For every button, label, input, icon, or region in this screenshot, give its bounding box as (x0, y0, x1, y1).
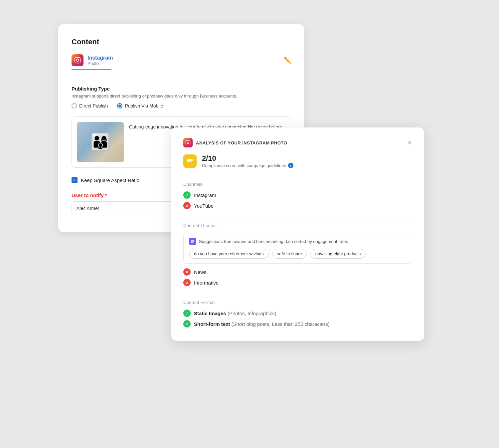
radio-group: Direct Publish Publish Via Mobile (72, 103, 291, 109)
divider-themes (183, 216, 412, 216)
content-themes-title: Content Themes (183, 223, 412, 228)
theme-tags: do you have your retirement savings safe… (189, 249, 407, 259)
analysis-header: ANALYSIS OF YOUR INSTAGRAM PHOTO ✕ (183, 138, 412, 147)
publishing-type-desc: Instagram supports direct publishing of … (72, 94, 291, 99)
theme-tag-2[interactable]: unveiling eight products (310, 249, 366, 259)
score-icon (183, 154, 197, 168)
publishing-type-title: Publishing Type (72, 86, 291, 92)
channel-instagram-label: Instagram (194, 192, 216, 198)
channel-youtube-label: YouTube (194, 203, 214, 209)
post-image-inner (77, 122, 124, 162)
info-badge[interactable]: i (288, 163, 293, 168)
svg-rect-8 (191, 242, 194, 243)
content-themes-failed: ✕ News ✕ Informative (183, 268, 412, 286)
radio-circle-direct (72, 103, 77, 109)
theme-tag-0[interactable]: do you have your retirement savings (189, 249, 269, 259)
content-format-title: Content Format (183, 300, 412, 305)
theme-informative: ✕ Informative (183, 279, 412, 286)
svg-rect-0 (75, 58, 81, 63)
divider-format (183, 293, 412, 293)
close-icon[interactable]: ✕ (407, 139, 412, 146)
channel-instagram: ✓ Instagram (183, 191, 412, 199)
instagram-row: Instagram Photo ✏️ (72, 54, 291, 66)
divider-channels (183, 175, 412, 175)
keep-square-label: Keep Square Aspect Ratio (81, 177, 139, 183)
content-format-list: ✓ Static Images (Photos, Infographics) ✓… (183, 310, 412, 328)
channels-section-title: Channels (183, 182, 412, 187)
radio-label-mobile: Publish Via Mobile (125, 103, 163, 109)
content-title: Content (72, 38, 291, 46)
radio-via-mobile[interactable]: Publish Via Mobile (117, 103, 163, 109)
theme-tag-1[interactable]: safe to share (272, 249, 307, 259)
svg-point-5 (189, 141, 189, 142)
svg-rect-7 (191, 241, 195, 242)
svg-point-4 (187, 142, 189, 143)
theme-news-status: ✕ (183, 268, 191, 276)
themes-suggestion-icon (189, 238, 196, 245)
format-static-images-status: ✓ (183, 310, 191, 317)
keep-square-checkbox[interactable]: ✓ (72, 177, 78, 183)
analysis-ig-icon (183, 138, 193, 147)
channel-youtube-status: ✕ (183, 202, 191, 209)
score-desc: Compliance score with campaign guideline… (202, 163, 293, 168)
radio-direct-publish[interactable]: Direct Publish (72, 103, 108, 109)
instagram-icon (72, 54, 83, 66)
theme-informative-label: Informative (194, 280, 219, 286)
format-short-form-label: Short-form text (Short blog posts, Less … (194, 321, 330, 327)
svg-point-1 (77, 59, 79, 62)
analysis-panel: ANALYSIS OF YOUR INSTAGRAM PHOTO ✕ 2/10 … (171, 127, 424, 341)
edit-icon[interactable]: ✏️ (284, 57, 291, 64)
theme-news-label: News (194, 269, 207, 275)
score-row: 2/10 Compliance score with campaign guid… (183, 154, 412, 168)
instagram-type: Photo (87, 61, 113, 66)
radio-label-direct: Direct Publish (79, 103, 108, 109)
instagram-underline (72, 69, 111, 70)
required-star: * (105, 192, 107, 198)
channel-list: ✓ Instagram ✕ YouTube (183, 191, 412, 209)
score-info: 2/10 Compliance score with campaign guid… (202, 154, 293, 168)
format-short-form-status: ✓ (183, 320, 191, 328)
instagram-label: Instagram Photo (87, 55, 113, 66)
svg-point-2 (79, 59, 80, 59)
theme-informative-status: ✕ (183, 279, 191, 286)
radio-circle-mobile (117, 103, 122, 109)
format-short-form: ✓ Short-form text (Short blog posts, Les… (183, 320, 412, 328)
themes-suggestions-row: Suggestions from owned and benchmarking … (189, 238, 407, 245)
channel-instagram-status: ✓ (183, 191, 191, 199)
analysis-title: ANALYSIS OF YOUR INSTAGRAM PHOTO (196, 140, 287, 145)
score-value: 2/10 (202, 154, 293, 163)
instagram-name: Instagram (87, 55, 113, 61)
analysis-title-row: ANALYSIS OF YOUR INSTAGRAM PHOTO (183, 138, 287, 147)
post-image (77, 122, 124, 162)
svg-rect-3 (186, 140, 190, 145)
svg-rect-6 (191, 240, 195, 241)
instagram-info: Instagram Photo (72, 54, 113, 66)
content-themes-box: Suggestions from owned and benchmarking … (183, 233, 412, 264)
format-static-images: ✓ Static Images (Photos, Infographics) (183, 310, 412, 317)
themes-suggestion-text: Suggestions from owned and benchmarking … (199, 239, 348, 244)
format-static-images-label: Static Images (Photos, Infographics) (194, 311, 276, 316)
theme-news: ✕ News (183, 268, 412, 276)
divider-1 (72, 79, 291, 79)
channel-youtube: ✕ YouTube (183, 202, 412, 209)
